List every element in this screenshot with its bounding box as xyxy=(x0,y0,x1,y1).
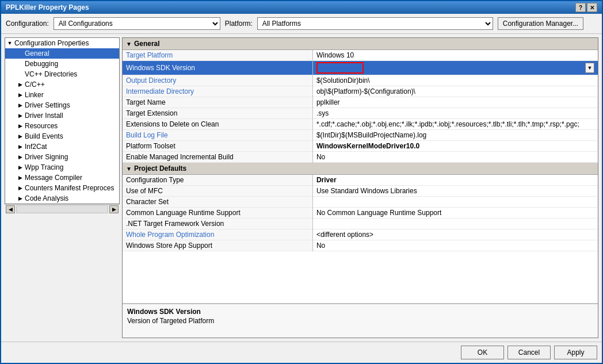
msgcompiler-expander: ▶ xyxy=(17,174,24,181)
prop-value xyxy=(312,219,598,229)
tree-item-driver-install[interactable]: ▶ Driver Install xyxy=(5,110,119,121)
table-row[interactable]: Intermediate Directory obj\$(Platform)-$… xyxy=(123,86,598,97)
prop-label: Target Name xyxy=(123,97,312,108)
prop-label: Build Log File xyxy=(123,130,312,141)
prop-value: obj\$(Platform)-$(Configuration)\ xyxy=(312,86,598,97)
table-row[interactable]: Use of MFC Use Standard Windows Librarie… xyxy=(123,186,598,197)
table-row[interactable]: Common Language Runtime Support No Commo… xyxy=(123,208,598,219)
table-row[interactable]: Whole Program Optimization <different op… xyxy=(123,229,598,240)
tree-item-wpptracing-label: Wpp Tracing xyxy=(25,163,63,171)
scroll-right-arrow[interactable]: ▶ xyxy=(109,205,119,213)
close-button[interactable]: ✕ xyxy=(587,3,597,12)
resources-expander: ▶ xyxy=(17,122,24,129)
general-section-title: General xyxy=(134,40,160,48)
config-select[interactable]: All Configurations xyxy=(54,17,220,30)
tree-item-buildevents-label: Build Events xyxy=(25,132,63,140)
table-row[interactable]: Configuration Type Driver xyxy=(123,175,598,186)
tree-root-item[interactable]: ▼ Configuration Properties xyxy=(5,38,119,48)
prop-value: *.cdf;*.cache;*.obj;*.obj.enc;*.ilk;*.ip… xyxy=(312,119,598,130)
description-area: Windows SDK Version Version of Targeted … xyxy=(123,303,598,338)
tree-item-inf2cat[interactable]: ▶ Inf2Cat xyxy=(5,141,119,152)
prop-value: <different options> xyxy=(312,229,598,240)
prop-value: No xyxy=(312,240,598,251)
left-panel-wrapper: ▼ Configuration Properties General Debug… xyxy=(5,37,120,338)
apply-button[interactable]: Apply xyxy=(554,346,597,359)
prop-value: $(IntDir)$(MSBuildProjectName).log xyxy=(312,130,598,141)
ok-button[interactable]: OK xyxy=(461,346,504,359)
prop-label: Enable Managed Incremental Build xyxy=(123,152,312,163)
tree-item-cpp[interactable]: ▶ C/C++ xyxy=(5,79,119,90)
prop-label: Use of MFC xyxy=(123,186,312,197)
tree-item-counters-label: Counters Manifest Preproces xyxy=(25,184,114,192)
table-row[interactable]: Target Name pplkiller xyxy=(123,97,598,108)
wpptracing-expander: ▶ xyxy=(17,164,24,171)
buildevents-expander: ▶ xyxy=(17,133,24,140)
cancel-button[interactable]: Cancel xyxy=(507,346,551,359)
table-row[interactable]: Build Log File $(IntDir)$(MSBuildProject… xyxy=(123,130,598,141)
tree-item-message-compiler[interactable]: ▶ Message Compiler xyxy=(5,173,119,183)
prop-value: Driver xyxy=(312,175,598,186)
tree-item-codeanalysis-label: Code Analysis xyxy=(25,194,68,202)
tree-item-build-events[interactable]: ▶ Build Events xyxy=(5,131,119,141)
tree-item-resources[interactable]: ▶ Resources xyxy=(5,121,119,131)
prop-value: No Common Language Runtime Support xyxy=(312,208,598,219)
tree-item-vc-dirs[interactable]: VC++ Directories xyxy=(5,69,119,79)
platform-label: Platform: xyxy=(225,20,253,28)
tree-item-linker[interactable]: ▶ Linker xyxy=(5,90,119,100)
table-row[interactable]: Output Directory $(SolutionDir)bin\ xyxy=(123,75,598,86)
tree-item-counters[interactable]: ▶ Counters Manifest Preproces xyxy=(5,183,119,193)
project-defaults-section-header: ▼ Project Defaults xyxy=(123,163,598,175)
tree-item-driver-settings[interactable]: ▶ Driver Settings xyxy=(5,100,119,110)
general-section-collapse-icon: ▼ xyxy=(126,41,132,47)
sdk-version-value: 10.0.17134.0 xyxy=(316,62,364,74)
inf2cat-expander: ▶ xyxy=(17,143,24,150)
tree-item-debugging[interactable]: Debugging xyxy=(5,59,119,69)
tree-item-msgcompiler-label: Message Compiler xyxy=(25,174,82,182)
table-row[interactable]: Target Platform Windows 10 xyxy=(123,50,598,61)
table-row[interactable]: .NET Target Framework Version xyxy=(123,219,598,229)
root-expander: ▼ xyxy=(6,40,13,47)
table-row[interactable]: Character Set xyxy=(123,197,598,208)
properties-area: ▼ General Target Platform Windows 10 Win… xyxy=(123,38,598,303)
help-button[interactable]: ? xyxy=(575,3,586,12)
driversigning-expander: ▶ xyxy=(17,154,24,160)
prop-label: Character Set xyxy=(123,197,312,208)
window-title: PPLKiller Property Pages xyxy=(6,3,89,12)
tree-item-cpp-label: C/C++ xyxy=(25,81,45,89)
prop-label: Target Platform xyxy=(123,50,312,61)
title-bar: PPLKiller Property Pages ? ✕ xyxy=(1,1,602,14)
tree-item-general-label: General xyxy=(25,49,49,58)
sdk-dropdown-button[interactable]: ▼ xyxy=(585,63,594,73)
general-section-header: ▼ General xyxy=(123,38,598,50)
prop-value: Windows 10 xyxy=(312,50,598,61)
title-bar-buttons: ? ✕ xyxy=(575,3,597,12)
prop-value: WindowsKernelModeDriver10.0 xyxy=(312,141,598,152)
prop-label: Platform Toolset xyxy=(123,141,312,152)
tree-item-general[interactable]: General xyxy=(5,48,119,59)
tree-item-driver-signing[interactable]: ▶ Driver Signing xyxy=(5,152,119,162)
tree-item-inf2cat-label: Inf2Cat xyxy=(25,143,47,151)
table-row-sdk[interactable]: Windows SDK Version 10.0.17134.0 ▼ xyxy=(123,61,598,75)
prop-label: Common Language Runtime Support xyxy=(123,208,312,219)
description-title: Windows SDK Version xyxy=(127,308,593,316)
tree-item-wpp-tracing[interactable]: ▶ Wpp Tracing xyxy=(5,162,119,173)
prop-label: Output Directory xyxy=(123,75,312,86)
prop-label: Configuration Type xyxy=(123,175,312,186)
table-row[interactable]: Windows Store App Support No xyxy=(123,240,598,251)
table-row[interactable]: Enable Managed Incremental Build No xyxy=(123,152,598,163)
prop-label: Intermediate Directory xyxy=(123,86,312,97)
prop-value xyxy=(312,197,598,208)
prop-value: No xyxy=(312,152,598,163)
table-row[interactable]: Target Extension .sys xyxy=(123,108,598,119)
tree-item-driverinstall-label: Driver Install xyxy=(25,112,63,120)
scroll-track[interactable] xyxy=(16,205,108,213)
table-row[interactable]: Platform Toolset WindowsKernelModeDriver… xyxy=(123,141,598,152)
table-row[interactable]: Extensions to Delete on Clean *.cdf;*.ca… xyxy=(123,119,598,130)
scroll-left-arrow[interactable]: ◀ xyxy=(6,205,15,213)
tree-item-code-analysis[interactable]: ▶ Code Analysis xyxy=(5,193,119,204)
config-manager-button[interactable]: Configuration Manager... xyxy=(498,17,583,30)
tree-item-resources-label: Resources xyxy=(25,122,58,130)
tree-item-driversigning-label: Driver Signing xyxy=(25,153,68,161)
platform-select[interactable]: All Platforms xyxy=(257,17,493,30)
prop-label: Target Extension xyxy=(123,108,312,119)
